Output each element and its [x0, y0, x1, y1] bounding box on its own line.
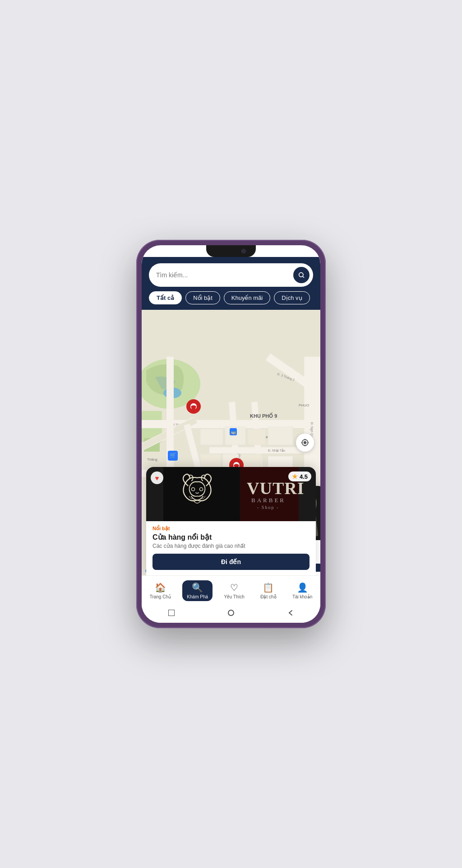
rating-badge: ★ 4.5	[288, 471, 311, 481]
filter-tab-khuyenmai[interactable]: Khuyến mãi	[224, 291, 270, 304]
svg-point-63	[228, 610, 234, 616]
svg-text:BARBER: BARBER	[251, 497, 286, 504]
filter-tabs: Tất cả Nổi bật Khuyến mãi Dịch vụ	[149, 291, 313, 304]
nav-kham-pha[interactable]: 🔍 Khám Phá	[182, 580, 213, 601]
header: Tất cả Nổi bật Khuyến mãi Dịch vụ	[142, 257, 320, 310]
svg-line-1	[303, 276, 304, 278]
filter-tab-tatca[interactable]: Tất cả	[149, 291, 182, 304]
shop-card: VUTRI BARBER - Shop - ♥ ★ 4.5 N	[146, 467, 316, 575]
svg-text:KHU PHỐ 9: KHU PHỐ 9	[250, 412, 277, 419]
location-button[interactable]	[296, 434, 314, 452]
camera	[241, 249, 246, 253]
svg-text:🚌: 🚌	[231, 429, 236, 435]
android-back-btn[interactable]	[286, 608, 295, 617]
android-circle-btn[interactable]	[226, 608, 236, 617]
svg-rect-62	[168, 610, 175, 616]
rating-value: 4.5	[300, 473, 308, 480]
go-button[interactable]: Đi đến	[152, 554, 310, 570]
home-icon: 🏠	[155, 582, 166, 593]
nav-trang-chu[interactable]: 🏠 Trang Chủ	[145, 580, 176, 601]
android-square-btn[interactable]	[167, 608, 176, 617]
svg-text:Đ. Nhật Tảo: Đ. Nhật Tảo	[268, 448, 285, 453]
map-area[interactable]: Đ. 3 Tháng 2 Nguyễn Kim	[142, 310, 320, 575]
nav-yeu-thich[interactable]: ♡ Yêu Thích	[219, 580, 249, 601]
svg-text:PHUO: PHUO	[299, 403, 309, 407]
phone-device: Tất cả Nổi bật Khuyến mãi Dịch vụ	[136, 240, 326, 628]
card-tag: Nổi bật	[152, 526, 310, 532]
search-bar[interactable]	[149, 263, 313, 287]
card-description: Các cửa hàng được đánh giá cao nhất	[152, 543, 310, 549]
svg-point-48	[304, 442, 306, 444]
svg-text:🛒: 🛒	[170, 452, 176, 458]
svg-text:- Shop -: - Shop -	[257, 505, 279, 510]
filter-tab-noibat[interactable]: Nổi bật	[185, 291, 220, 304]
search-button[interactable]	[293, 267, 310, 283]
nav-yeu-thich-label: Yêu Thích	[224, 594, 244, 599]
svg-rect-21	[268, 427, 293, 445]
svg-rect-24	[241, 454, 261, 467]
booking-icon: 📋	[263, 582, 274, 593]
phone-notch	[206, 245, 256, 257]
svg-text:Thăng: Thăng	[147, 457, 157, 462]
android-nav-bar	[142, 605, 320, 623]
nav-dat-cho-label: Đặt chỗ	[260, 594, 276, 599]
card-body: Nổi bật Cửa hàng nổi bật Các cửa hàng đư…	[146, 521, 316, 575]
account-icon: 👤	[297, 582, 308, 593]
svg-rect-22	[200, 454, 221, 467]
phone-screen: Tất cả Nổi bật Khuyến mãi Dịch vụ	[142, 245, 320, 623]
app-content: Tất cả Nổi bật Khuyến mãi Dịch vụ	[142, 257, 320, 623]
nav-dat-cho[interactable]: 📋 Đặt chỗ	[256, 580, 281, 601]
nav-tai-khoan-label: Tài khoản	[292, 594, 312, 599]
nav-trang-chu-label: Trang Chủ	[150, 594, 171, 599]
card-title: Cửa hàng nổi bật	[152, 533, 310, 541]
filter-tab-dichvu[interactable]: Dịch vụ	[274, 291, 310, 304]
svg-rect-20	[248, 429, 266, 445]
heart-button[interactable]: ♥	[151, 471, 163, 484]
favorites-icon: ♡	[230, 582, 238, 593]
explore-icon: 🔍	[192, 582, 203, 593]
bottom-navigation: 🏠 Trang Chủ 🔍 Khám Phá ♡ Yêu Thích 📋 Đặt…	[142, 575, 320, 605]
svg-text:VUTRI: VUTRI	[247, 479, 304, 498]
svg-rect-18	[200, 429, 223, 445]
nav-kham-pha-label: Khám Phá	[187, 594, 208, 599]
card-image: VUTRI BARBER - Shop - ♥ ★ 4.5	[146, 467, 316, 521]
nav-tai-khoan[interactable]: 👤 Tài khoản	[288, 580, 317, 601]
svg-point-0	[299, 273, 303, 277]
star-icon: ★	[292, 473, 298, 480]
search-input[interactable]	[156, 271, 290, 279]
